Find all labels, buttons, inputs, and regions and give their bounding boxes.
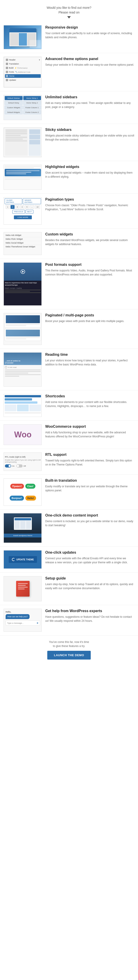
feature-desc-setup: Learn step-by-step, how to setup Trawell…	[45, 582, 135, 590]
widget-social: Mebs Social Widget	[5, 241, 41, 245]
feature-desc-updates: Connect your website with the official E…	[45, 556, 135, 565]
top-header: Would you like to find out more? Please …	[0, 0, 138, 22]
feature-image-translation: Привет! Ciao! Bonjour! Hello!	[3, 478, 42, 506]
feature-setup: Setup guide Learn step-by-step, how to s…	[0, 573, 138, 605]
feature-image-reading: …end of smiles toof wonder 4 min read	[3, 352, 42, 387]
feature-paginated-posts: Paginated / multi-page posts Boost your …	[0, 309, 138, 349]
feature-desc-sticky: Widgets placed inside sticky sidebars wi…	[45, 134, 135, 142]
feature-unlimited-sidebars: Default Sidebar Home Sticky 1 Default St…	[0, 91, 138, 124]
feature-desc-woo: Add a fully functioning shop to your new…	[45, 430, 135, 439]
refresh-icon	[12, 558, 15, 561]
feature-title-setup: Setup guide	[45, 576, 135, 581]
send-icon[interactable]: ➤	[36, 622, 39, 624]
feature-text-help: Get help from WordPress experts Have que…	[45, 609, 135, 623]
feature-title-help: Get help from WordPress experts	[45, 609, 135, 614]
feature-desc-responsive: Your content will scale perfectly to sui…	[45, 31, 135, 39]
feature-image-paginated	[3, 313, 42, 345]
feature-highlighted-widgets: Highlighted widgets Give accent to speci…	[0, 161, 138, 194]
feature-image-setup	[3, 576, 42, 601]
chat-input[interactable]: Type a message... ➤	[6, 620, 40, 625]
widget-smart: Mebs Themeforest Smart Widget	[5, 245, 41, 248]
feature-reading-time: …end of smiles toof wonder 4 min read Re…	[0, 349, 138, 390]
feature-responsive: Responsive design Your content will scal…	[0, 22, 138, 53]
feature-title-reading: Reading time	[45, 352, 135, 357]
feature-text-sticky: Sticky sidebars Widgets placed inside st…	[45, 127, 135, 142]
feature-image-demo: travell wordpress theme	[3, 513, 42, 543]
menu-fonts: Fonts 🔧 Additional Code	[5, 70, 41, 74]
menu-header: Header ▾	[5, 58, 41, 62]
header-line1: Would you like to find out more?	[47, 6, 91, 10]
woo-logo: Woo	[14, 430, 31, 439]
feature-desc-theme-options: Setup your website in 5 minutes with our…	[45, 63, 135, 67]
feature-desc-help: Have questions, suggestions or feature i…	[45, 615, 135, 623]
feature-desc-highlighted: Give accent to special widgets – make th…	[45, 171, 135, 179]
toggle-on[interactable]	[5, 465, 11, 468]
feature-title-post-formats: Post formats support	[45, 262, 135, 267]
feature-sticky-sidebars: Sticky sidebars Widgets placed inside st…	[0, 124, 138, 161]
feature-title-shortcodes: Shortcodes	[45, 394, 135, 399]
feature-text-demo: One-click demo content import Demo conte…	[45, 513, 135, 527]
feature-text-setup: Setup guide Learn step-by-step, how to s…	[45, 576, 135, 590]
menu-translation: Translation	[5, 62, 41, 66]
feature-updates: UPDATE THEME One-click updates Connect y…	[0, 547, 138, 573]
launch-demo-button[interactable]: LAUNCH THE DEMO	[47, 651, 91, 660]
toggle-off[interactable]	[16, 465, 23, 468]
feature-image-sidebars: Default Sidebar Home Sticky 1 Default St…	[3, 95, 42, 120]
feature-image-custom-widgets: Mebs Ads Widget Mebs Flickr Widget Mebs …	[3, 232, 42, 255]
bubble-hello: Hello!	[25, 496, 36, 501]
feature-text-pagination: Pagination types Choose from classic "Ol…	[45, 197, 135, 212]
book-icon	[16, 581, 30, 597]
feature-title-demo: One-click demo content import	[45, 513, 135, 518]
feature-desc-sidebars: Add as many sidebars as you need. Then a…	[45, 101, 135, 109]
feature-text-translation: Built-in translation Easily modify or tr…	[45, 478, 135, 493]
menu-updater: Updater	[5, 78, 41, 82]
pag-newer: NEWER ENTRIES	[23, 198, 41, 204]
feature-image-shortcodes	[3, 394, 42, 417]
feature-desc-rtl: Trawell fully supports right-to-left ori…	[45, 458, 135, 467]
feature-text-reading: Reading time Let your visitors know how …	[45, 352, 135, 366]
chat-bubble: How can we help you?	[6, 614, 30, 619]
feature-image-woo: Woo	[3, 424, 42, 445]
feature-image-highlighted	[3, 165, 42, 190]
feature-title-highlighted: Highlighted widgets	[45, 165, 135, 169]
sidebar-btn-footer-col-1: Footer Column 1	[23, 105, 41, 110]
feature-text-responsive: Responsive design Your content will scal…	[45, 25, 135, 39]
feature-desc-translation: Easily modify or translate any text on y…	[45, 484, 135, 493]
menu-home: Home	[5, 74, 41, 78]
widget-flickr: Mebs Flickr Widget	[5, 237, 41, 241]
feature-desc-shortcodes: Add some nice elements to your content w…	[45, 400, 135, 408]
bubble-privet: Привет!	[10, 484, 24, 488]
footer-cta: You've come this far, now it's time to g…	[0, 635, 138, 663]
sidebar-btn-default-widgets: Default Widgets	[5, 110, 23, 114]
feature-woocommerce: Woo WooCommerce support Add a fully func…	[0, 421, 138, 449]
feature-text-theme-options: Advanced theme options panel Setup your …	[45, 57, 135, 67]
feature-help: Hello, How can we help you? Type a messa…	[0, 605, 138, 635]
header-text: Would you like to find out more? Please …	[3, 5, 135, 15]
feature-custom-widgets: Mebs Ads Widget Mebs Flickr Widget Mebs …	[0, 229, 138, 259]
feature-image-help: Hello, How can we help you? Type a messa…	[3, 609, 42, 632]
feature-post-formats: How to experience the best road trips ar…	[0, 259, 138, 309]
footer-cta-text: You've come this far, now it's time to g…	[3, 640, 135, 648]
feature-title-rtl: RTL support	[45, 452, 135, 457]
sidebar-btn-default: Default Sidebar	[5, 96, 23, 100]
feature-title-woo: WooCommerce support	[45, 424, 135, 429]
feature-text-woo: WooCommerce support Add a fully function…	[45, 424, 135, 439]
feature-text-updates: One-click updates Connect your website w…	[45, 550, 135, 565]
feature-title-responsive: Responsive design	[45, 25, 135, 30]
load-more-btn-mock: LOAD MORE	[14, 215, 32, 219]
feature-desc-reading: Let your visitors know how long it takes…	[45, 358, 135, 366]
feature-translation: Привет! Ciao! Bonjour! Hello! Built-in t…	[0, 475, 138, 509]
feature-title-paginated: Paginated / multi-page posts	[45, 313, 135, 318]
feature-text-post-formats: Post formats support This theme supports…	[45, 262, 135, 277]
pag-prev: PREVIOUS	[12, 210, 25, 214]
feature-title-custom-widgets: Custom widgets	[45, 232, 135, 237]
feature-desc-paginated: Boost your page views with posts that ar…	[45, 319, 135, 323]
feature-title-pagination: Pagination types	[45, 197, 135, 202]
scroll-down-icon	[67, 16, 71, 18]
feature-text-sidebars: Unlimited sidebars Add as many sidebars …	[45, 95, 135, 109]
feature-desc-demo: Demo content is included, so you get a w…	[45, 519, 135, 527]
feature-desc-post-formats: This theme supports Video, Audio, Image …	[45, 269, 135, 277]
sidebar-btn-default-sticky: Default Sticky	[5, 101, 23, 105]
feature-text-custom-widgets: Custom widgets Besides the standard Word…	[45, 232, 135, 246]
feature-image-pagination: OLDER ENTRIES NEWER ENTRIES 1 2 3 4 5 ..…	[3, 197, 42, 225]
